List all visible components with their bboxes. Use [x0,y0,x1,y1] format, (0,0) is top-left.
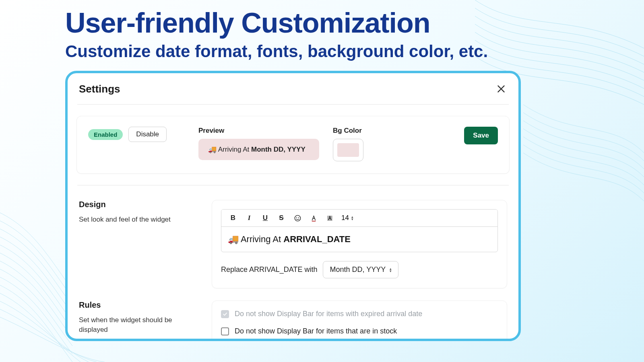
svg-rect-3 [312,220,316,221]
rule-label: Do not show Display Bar for items that a… [235,327,397,335]
date-format-value: Month DD, YYYY [330,265,386,274]
check-icon [222,311,228,317]
design-left: Design Set look and feel of the widget [79,200,196,288]
bg-color-picker[interactable] [333,139,363,161]
rule-item: Do not show Display Bar for items with e… [221,310,498,318]
rule-label: Do not show Display Bar for items with e… [235,310,422,318]
highlight-button[interactable] [325,214,334,222]
close-icon [496,84,506,94]
checkbox[interactable] [221,327,229,335]
save-button[interactable]: Save [464,127,498,144]
rules-section: Rules Set when the widget should be disp… [76,300,510,341]
status-card: Enabled Disable Preview 🚚 Arriving At Mo… [76,116,510,174]
emoji-icon [294,214,301,222]
design-title: Design [79,200,196,209]
svg-point-2 [298,217,299,218]
rules-title: Rules [79,300,196,310]
highlight-icon [326,214,334,222]
editor-box: B I U S [221,209,498,252]
panel-title: Settings [79,83,120,95]
preview-block: Preview 🚚 Arriving At Month DD, YYYY [198,127,319,160]
close-button[interactable] [496,84,507,95]
design-desc: Set look and feel of the widget [79,215,196,224]
bg-color-label: Bg Color [333,127,363,135]
editor-prefix: 🚚 Arriving At [228,234,283,244]
italic-button[interactable]: I [245,214,254,222]
preview-date: Month DD, YYYY [251,146,305,153]
bg-color-swatch [337,143,359,157]
checkbox-locked [221,310,229,318]
divider [77,185,509,185]
bg-color-block: Bg Color [333,127,363,161]
design-section: Design Set look and feel of the widget B… [76,200,510,288]
replace-label: Replace ARRIVAL_DATE with [221,265,317,274]
settings-panel: Settings Enabled Disable Preview 🚚 Arriv… [65,71,521,341]
hero: User-friendly Customization Customize da… [65,9,488,61]
date-format-select[interactable]: Month DD, YYYY ▴▾ [323,261,398,278]
preview-prefix: 🚚 Arriving At [208,146,251,153]
strike-button[interactable]: S [277,214,286,222]
underline-button[interactable]: U [261,214,270,222]
divider [77,104,509,105]
panel-header: Settings [76,83,510,104]
font-size-stepper[interactable]: 14 ▴▾ [341,214,353,222]
editor-content[interactable]: 🚚 Arriving At ARRIVAL_DATE [221,227,497,252]
stepper-icon: ▴▾ [351,216,353,220]
enabled-badge: Enabled [88,129,123,140]
svg-point-1 [296,217,297,218]
select-stepper-icon: ▴▾ [390,267,392,272]
rule-item: Do not show Display Bar for items that a… [221,327,498,335]
hero-subtitle: Customize date format, fonts, background… [65,42,488,61]
editor-token: ARRIVAL_DATE [283,234,351,244]
replace-row: Replace ARRIVAL_DATE with Month DD, YYYY… [221,261,498,278]
rules-desc: Set when the widget should be displayed [79,315,196,335]
rules-left: Rules Set when the widget should be disp… [79,300,196,341]
design-card: B I U S [212,200,507,288]
preview-label: Preview [198,127,319,135]
emoji-button[interactable] [293,214,302,222]
status-group: Enabled Disable [88,127,189,142]
bold-button[interactable]: B [229,214,237,222]
text-color-icon [310,214,318,222]
preview-chip: 🚚 Arriving At Month DD, YYYY [198,139,319,160]
font-size-value: 14 [341,214,349,222]
rules-card: Do not show Display Bar for items with e… [212,300,507,341]
disable-button[interactable]: Disable [128,127,167,142]
hero-title: User-friendly Customization [65,9,488,37]
editor-toolbar: B I U S [221,210,497,227]
text-color-button[interactable] [309,214,318,222]
svg-point-0 [295,215,300,221]
